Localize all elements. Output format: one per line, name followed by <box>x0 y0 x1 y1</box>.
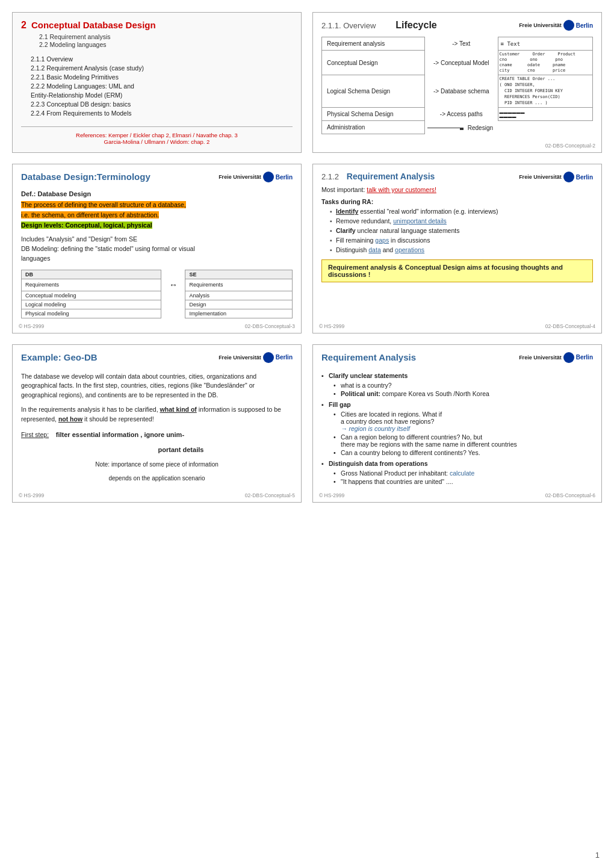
s3-b1-label: Gross National Product per inhabitant: <box>341 470 448 477</box>
slide1-sub-1: 2.1 Requirement analysis <box>39 33 293 40</box>
slide1-sub-2: 2.2 Modeling languages <box>39 41 293 48</box>
s3-b2-text: "It happens that countries are united" .… <box>341 478 453 485</box>
result-1: Customer Order Product cno ono pno cname… <box>498 51 592 75</box>
fu-logo-s4 <box>563 172 574 182</box>
comp-se-2: Design <box>185 300 293 309</box>
slide3-def-title: Def.: Database Design <box>21 190 293 197</box>
lifecycle-table: Requirement analysis -> Text ≡ Text Conc… <box>321 37 593 134</box>
slide4-title-area: 2.1.2 Requirement Analysis <box>321 172 435 181</box>
lifecycle-row-0: Requirement analysis -> Text ≡ Text <box>322 37 593 51</box>
s1-item-4: Entity-Relationship Model (ERM) <box>31 91 293 99</box>
slide4-footer: 02-DBS-Conceptual-4 <box>545 323 595 329</box>
slide6-footer-left: © HS-2999 <box>319 492 344 498</box>
slide3-comp-table: DB SE Requirements ↔ Requirements Concep… <box>21 270 293 318</box>
slide4-subtitle: Most important: talk with your customers… <box>321 186 593 193</box>
slide3-footer-left: © HS-2999 <box>19 323 44 329</box>
b4-ops: operations <box>395 246 424 253</box>
slide4-bullet-2: Clarify unclear natural language stateme… <box>330 227 593 234</box>
th-db: DB <box>22 270 161 279</box>
slide-1: 2Conceptual Database Design 2.1 Requirem… <box>12 12 302 153</box>
b1-keyword: unimportant details <box>393 217 447 225</box>
fu-text: Freie Universität <box>519 22 562 28</box>
fu-logo-circle <box>563 20 574 31</box>
slide3-line1: The process of defining the overall stru… <box>21 201 186 208</box>
b0-rest: essential "real world" information (e.g.… <box>360 208 498 215</box>
slide5-note2: depends on the application scenario <box>21 474 293 483</box>
comp-se-3: Implementation <box>185 309 293 318</box>
slide-3: Database Design:Terminology Freie Univer… <box>12 164 302 333</box>
comp-se-0: Requirements <box>185 279 293 291</box>
s3-header-text: Distinguish data from operations <box>329 460 428 467</box>
s2-header-text: Fill gap <box>329 401 351 408</box>
slide5-first-step: First step: filter essential information… <box>21 430 293 482</box>
slide5-para2: In the requirements analysis it has to b… <box>21 405 293 424</box>
slide6-s3-b2: "It happens that countries are united" .… <box>333 478 593 485</box>
slide6-title: Requirement Analysis <box>321 352 416 362</box>
slide4-bullet-0: Identify essential "real world" informat… <box>330 208 593 215</box>
lifecycle-row-4: Administration Redesign <box>322 121 593 134</box>
slide3-def-body: The process of defining the overall stru… <box>21 200 293 230</box>
slide5-para1: The database we develop will contain dat… <box>21 372 293 400</box>
slide6-s2-b2: Can a region belong to different countri… <box>333 433 593 448</box>
slide-5: Example: Geo-DB Freie Universität Berlin… <box>12 344 302 503</box>
slide1-ref2: Garcia-Molina / Ullmann / Widom: chap. 2 <box>21 138 293 145</box>
slide1-title: Conceptual Database Design <box>31 20 156 30</box>
arrow-2: -> Database schema <box>425 75 498 108</box>
slide4-bullet-4: Distinguish data and operations <box>330 246 593 253</box>
fu-brand-slide5: Freie Universität Berlin <box>219 352 293 363</box>
slide6-s2-b1: Cities are located in regions. What if a… <box>333 411 593 432</box>
slide1-section-list: 2.1.1 Overview 2.1.2 Requirement Analysi… <box>31 55 293 117</box>
slide5-note: Note: importance of some piece of inform… <box>21 460 293 469</box>
slide3-table-section: DB SE Requirements ↔ Requirements Concep… <box>21 270 293 318</box>
slide3-design-levels: Design levels: Conceptual, logical, phys… <box>21 222 152 229</box>
slide1-header: 2Conceptual Database Design <box>21 20 293 31</box>
s1-item-0: 2.1.1 Overview <box>31 55 293 63</box>
b3-keyword: gaps <box>375 237 389 244</box>
slide4-bullet-3: Fill remaining gaps in discussions <box>330 237 593 244</box>
b4-and: and <box>383 246 395 253</box>
slide1-ref1: References: Kemper / Eickler chap 2, Elm… <box>21 132 293 138</box>
lifecycle-row-1: Conceptual Design -> Conceptual Model Cu… <box>322 51 593 75</box>
slide6-content: Clarify unclear statements what is a cou… <box>321 372 593 485</box>
phase-4: Administration <box>322 121 425 134</box>
comp-db-3: Physical modeling <box>22 309 161 318</box>
fu-brand-slide3: Freie Universität Berlin <box>219 172 293 182</box>
slide3-includes: Includes "Analysis" and "Design" from SE <box>21 235 293 244</box>
slide4-bullets: Identify essential "real world" informat… <box>330 208 593 253</box>
slide5-step-main: filter essential information , ignore un… <box>56 431 184 438</box>
slide5-p2-bold: what kind of <box>160 406 197 413</box>
slide4-subtitle-link: talk with your customers! <box>367 186 436 193</box>
slide6-s1-b1: what is a country? <box>333 382 593 389</box>
slide3-normal: Includes "Analysis" and "Design" from SE… <box>21 235 293 263</box>
lifecycle-row-2: Logical Schema Design -> Database schema… <box>322 75 593 108</box>
slide6-s1-header: Clarify unclear statements <box>321 372 593 379</box>
fu-berlin: Berlin <box>576 22 593 29</box>
fu-brand-slide6: Freie Universität Berlin <box>519 352 593 363</box>
comp-table-header: DB SE <box>22 270 293 279</box>
slide5-footer: 02-DBS-Conceptual-5 <box>245 492 295 498</box>
slide5-footer-left: © HS-2999 <box>19 492 44 498</box>
b3-start: Fill remaining <box>336 237 375 244</box>
comp-row-0: Requirements ↔ Requirements <box>22 279 293 291</box>
s1-item-3: 2.2.2 Modeling Languages: UML and <box>31 82 293 90</box>
slide6-s3-b1: Gross National Product per inhabitant: c… <box>333 470 593 477</box>
arrow-4: Redesign <box>425 121 593 134</box>
slide4-subtitle-text: Most important: <box>321 186 365 193</box>
slide1-sub-items: 2.1 Requirement analysis 2.2 Modeling la… <box>39 33 293 48</box>
b1-start: Remove redundant, <box>336 217 393 225</box>
arrow-0: -> Text <box>425 37 498 51</box>
slide3-db-modeling: DB Modeling: defining the "static model"… <box>21 244 293 254</box>
phase-0: Requirement analysis <box>322 37 425 51</box>
comp-se-1: Analysis <box>185 291 293 300</box>
s1-header-text: Clarify unclear statements <box>329 372 408 379</box>
slide5-step-label: First step: <box>21 431 49 438</box>
comp-db-1: Conceptual modeling <box>22 291 161 300</box>
s1-item-5: 2.2.3 Conceptual DB design: basics <box>31 101 293 108</box>
slide4-section: 2.1.2 <box>321 172 339 181</box>
slide4-highlight: Requirement analysis & Conceptual Design… <box>321 259 593 282</box>
slide-6: Requirement Analysis Freie Universität B… <box>312 344 602 503</box>
comp-db-0: Requirements <box>22 279 161 291</box>
s1-item-1: 2.1.2 Requirement Analysis (case study) <box>31 64 293 72</box>
page-container: 2Conceptual Database Design 2.1 Requirem… <box>0 0 614 515</box>
comp-db-2: Logical modeling <box>22 300 161 309</box>
